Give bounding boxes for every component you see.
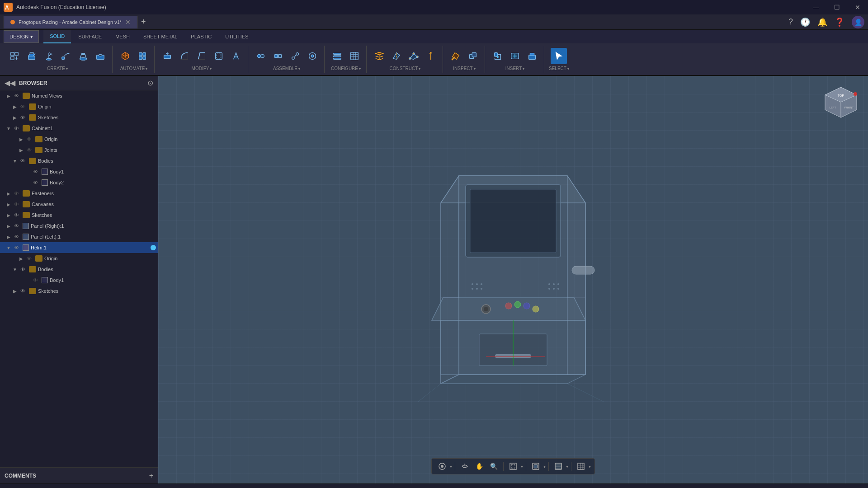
- plane-at-angle-button[interactable]: [388, 48, 405, 64]
- maximize-button[interactable]: ☐: [826, 0, 847, 14]
- tab-sheet-metal[interactable]: SHEET METAL: [137, 30, 184, 43]
- bodies-visibility[interactable]: 👁: [19, 157, 26, 164]
- select-dropdown-arrow[interactable]: ▾: [567, 67, 569, 71]
- tree-item-joints[interactable]: ▶ 👁 Joints: [0, 145, 158, 155]
- as-built-joint-button[interactable]: [270, 48, 286, 64]
- close-button[interactable]: ✕: [847, 0, 868, 14]
- tree-item-helm-body1[interactable]: 👁 Body1: [0, 275, 158, 286]
- tree-item-helm1[interactable]: ▼ 👁 Helm:1: [0, 242, 158, 253]
- cabinet1-toggle[interactable]: ▼: [5, 125, 12, 131]
- viewport[interactable]: TOP LEFT FRONT ▾ ✋ 🔍 ▾: [158, 76, 868, 483]
- display-mode-button[interactable]: [529, 460, 542, 472]
- tab-close-button[interactable]: ✕: [125, 19, 131, 26]
- fasteners-visibility[interactable]: 👁: [13, 190, 20, 197]
- configure-dropdown-arrow[interactable]: ▾: [359, 67, 361, 71]
- chamfer-button[interactable]: [193, 48, 210, 64]
- visual-style-button[interactable]: [552, 460, 565, 472]
- contact-button[interactable]: [304, 48, 321, 64]
- helm-sketches-toggle[interactable]: ▶: [12, 288, 18, 294]
- timeline-first-button[interactable]: ⏮: [4, 486, 16, 488]
- origin-toggle[interactable]: ▶: [12, 103, 18, 110]
- automate2-button[interactable]: [134, 48, 151, 64]
- table-button[interactable]: [346, 48, 363, 64]
- construct-dropdown-arrow[interactable]: ▾: [419, 67, 420, 71]
- orbit-button[interactable]: [458, 460, 472, 472]
- tree-item-sketches[interactable]: ▶ 👁 Sketches: [0, 112, 158, 123]
- tab-utilities[interactable]: UTILITIES: [219, 30, 255, 43]
- axis-button[interactable]: [423, 48, 439, 64]
- tree-item-panel-right[interactable]: ▶ 👁 Panel (Right):1: [0, 221, 158, 231]
- tree-item-helm-origin[interactable]: ▶ 👁 Origin: [0, 253, 158, 264]
- joint-button[interactable]: [253, 48, 269, 64]
- tree-item-sketches2[interactable]: ▶ 👁 Sketches: [0, 210, 158, 221]
- tree-item-cabinet-origin[interactable]: ▶ 👁 Origin: [0, 134, 158, 145]
- notification-icon[interactable]: 🔔: [817, 17, 827, 27]
- fillet-button[interactable]: [176, 48, 193, 64]
- draft-button[interactable]: [228, 48, 244, 64]
- browser-settings-icon[interactable]: ⊙: [147, 79, 153, 87]
- anchor-button[interactable]: [96, 486, 109, 488]
- panel-left-toggle[interactable]: ▶: [5, 234, 12, 240]
- sweep-button[interactable]: [58, 48, 74, 64]
- tree-item-bodies[interactable]: ▼ 👁 Bodies: [0, 155, 158, 166]
- browser-collapse-button[interactable]: ◀◀: [5, 79, 15, 87]
- tab-mesh[interactable]: MESH: [109, 30, 136, 43]
- insert-derive-button[interactable]: [490, 48, 506, 64]
- zoom-button[interactable]: 🔍: [487, 460, 500, 472]
- help-icon[interactable]: ?: [788, 17, 793, 27]
- helm-origin-visibility[interactable]: 👁: [25, 255, 33, 262]
- modify-dropdown-arrow[interactable]: ▾: [210, 67, 212, 71]
- measure-button[interactable]: [448, 48, 464, 64]
- automate-button[interactable]: [117, 48, 133, 64]
- visual-style-dropdown[interactable]: ▾: [566, 464, 568, 469]
- document-tab[interactable]: Frogtopus Racing - Arcade Cabinet Design…: [4, 16, 137, 28]
- tree-item-origin[interactable]: ▶ 👁 Origin: [0, 101, 158, 112]
- joints-visibility[interactable]: 👁: [25, 146, 33, 154]
- inspect-dropdown-arrow[interactable]: ▾: [474, 67, 476, 71]
- select-button[interactable]: [551, 48, 567, 64]
- named-views-visibility[interactable]: 👁: [13, 92, 20, 99]
- revolve-button[interactable]: [41, 48, 57, 64]
- new-tab-button[interactable]: +: [141, 17, 146, 27]
- decal-button[interactable]: [524, 48, 540, 64]
- tree-item-cabinet1[interactable]: ▼ 👁 Cabinet:1: [0, 123, 158, 134]
- body2-visibility[interactable]: 👁: [32, 179, 39, 186]
- motion-link-button[interactable]: [287, 48, 303, 64]
- hole-button[interactable]: [92, 48, 108, 64]
- sketches-toggle[interactable]: ▶: [12, 114, 18, 121]
- insert-dropdown-arrow[interactable]: ▾: [523, 67, 524, 71]
- tree-item-helm-sketches[interactable]: ▶ 👁 Sketches: [0, 286, 158, 296]
- canvases-visibility[interactable]: 👁: [13, 201, 20, 208]
- body1-visibility[interactable]: 👁: [32, 168, 39, 175]
- helm-bodies-visibility[interactable]: 👁: [19, 266, 26, 273]
- plane-through-3pts-button[interactable]: [406, 48, 422, 64]
- new-component-button[interactable]: [6, 48, 23, 64]
- panel-right-visibility[interactable]: 👁: [13, 222, 20, 230]
- tree-item-helm-bodies[interactable]: ▼ 👁 Bodies: [0, 264, 158, 275]
- navigation-cube[interactable]: TOP LEFT FRONT: [823, 85, 859, 121]
- tree-item-canvases[interactable]: ▶ 👁 Canvases: [0, 199, 158, 210]
- timeline-marker-button[interactable]: [111, 486, 123, 488]
- extrude-button[interactable]: [24, 48, 40, 64]
- cabinet-origin-toggle[interactable]: ▶: [18, 136, 24, 142]
- loft-button[interactable]: [75, 48, 91, 64]
- undo-marker-button[interactable]: [140, 486, 152, 488]
- history-copy-button[interactable]: [125, 486, 138, 488]
- helm-origin-toggle[interactable]: ▶: [18, 255, 24, 262]
- canvases-toggle[interactable]: ▶: [5, 201, 12, 207]
- timeline-next-button[interactable]: [47, 486, 60, 488]
- panel-right-toggle[interactable]: ▶: [5, 223, 12, 229]
- midplane-button[interactable]: [371, 48, 387, 64]
- snap-dropdown[interactable]: ▾: [450, 464, 452, 469]
- cabinet-origin-visibility[interactable]: 👁: [25, 136, 33, 143]
- joints-toggle[interactable]: ▶: [18, 147, 24, 153]
- insert-svg-button[interactable]: [507, 48, 523, 64]
- comments-panel[interactable]: COMMENTS +: [0, 467, 158, 483]
- tree-item-body2[interactable]: 👁 Body2: [0, 177, 158, 188]
- comments-add-button[interactable]: +: [149, 472, 153, 480]
- tab-solid[interactable]: SOLID: [43, 30, 71, 43]
- tab-surface[interactable]: SURFACE: [72, 30, 108, 43]
- history-icon[interactable]: 🕐: [800, 17, 810, 27]
- minimize-button[interactable]: —: [806, 0, 826, 14]
- helm-sketches-visibility[interactable]: 👁: [19, 287, 26, 295]
